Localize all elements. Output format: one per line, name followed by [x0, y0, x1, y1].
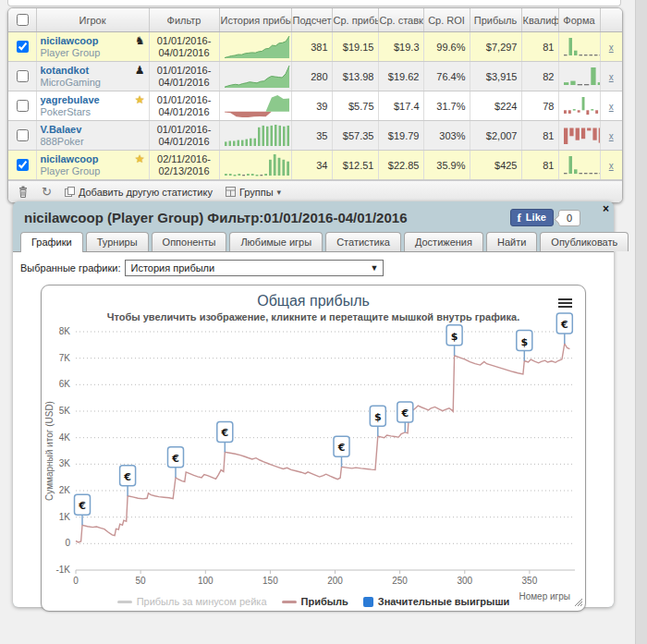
svg-text:250: 250 [392, 576, 408, 586]
filter-cell: 02/11/2016-02/13/2016 [149, 151, 219, 180]
significant-win-marker[interactable]: € [168, 447, 184, 478]
resize-handle-icon[interactable] [574, 598, 583, 609]
legend-item[interactable]: Прибыль [282, 596, 348, 607]
page-scrollbar[interactable] [635, 0, 647, 644]
significant-win-marker[interactable]: $ [370, 406, 385, 436]
tab-achievements[interactable]: Достижения [404, 232, 483, 251]
remove-row-link[interactable]: x [609, 131, 614, 141]
row-checkbox[interactable] [17, 70, 29, 82]
col-avg-roi[interactable]: Ср. ROI [423, 8, 470, 32]
charts-select[interactable]: История прибыли ▼ [125, 260, 384, 276]
panel-tabs: ГрафикиТурнирыОппонентыЛюбимые игрыСтати… [13, 232, 614, 251]
tab-favorite-games[interactable]: Любимые игры [229, 232, 323, 251]
table-row: ♟ kotandkot MicroGaming 01/01/2016-04/01… [8, 62, 622, 91]
row-checkbox[interactable] [17, 100, 29, 112]
remove-row-link[interactable]: x [609, 43, 614, 53]
player-name-link[interactable]: nicilawcoop [41, 153, 145, 165]
refresh-icon[interactable]: ↻ [42, 185, 52, 199]
row-checkbox[interactable] [17, 129, 29, 141]
tab-tournaments[interactable]: Турниры [86, 232, 149, 251]
filter-cell: 01/01/2016-04/01/2016 [149, 32, 219, 62]
col-qualified[interactable]: Квалиф [521, 8, 558, 32]
significant-win-marker[interactable]: € [397, 402, 413, 432]
remove-row-link[interactable]: x [609, 161, 614, 171]
col-player[interactable]: Игрок [36, 8, 149, 32]
player-name-link[interactable]: nicilawcoop [41, 35, 145, 47]
form-sparkline [558, 121, 600, 151]
player-name-link[interactable]: kotandkot [41, 65, 145, 77]
remove-row-link[interactable]: x [609, 102, 614, 112]
row-checkbox[interactable] [17, 41, 29, 53]
player-detail-panel: × nicilawcoop (Player Group) Фильтр:01/0… [13, 201, 614, 607]
col-profit[interactable]: Прибыль [470, 8, 521, 32]
table-row: ♞ nicilawcoop Player Group 01/01/2016-04… [8, 32, 622, 62]
star-badge-icon: ★ [135, 94, 145, 106]
remove-row-cell: x [600, 91, 622, 121]
groups-button[interactable]: Группы ▾ [226, 187, 281, 198]
player-name-link[interactable]: V.Balaev [41, 124, 145, 136]
col-avg-profit[interactable]: Ср. прибы [332, 8, 378, 32]
avg-roi-cell: 31.7% [423, 91, 470, 121]
significant-win-marker[interactable]: € [120, 466, 136, 496]
legend-item[interactable]: Прибыль за минусом рейка [117, 596, 267, 607]
avg-profit-cell: $57.35 [332, 121, 378, 151]
count-cell: 280 [291, 62, 332, 91]
svg-text:50: 50 [136, 576, 147, 586]
profit-chart-plot[interactable]: 8K7K6K5K4K3K2K1K0-1K05010015020025030035… [42, 326, 585, 596]
count-cell: 35 [291, 121, 332, 151]
add-statistic-button[interactable]: Добавить другую статистику [65, 187, 213, 198]
chart-menu-icon[interactable] [558, 297, 572, 310]
svg-text:3K: 3K [59, 458, 71, 468]
significant-win-marker[interactable]: € [75, 494, 91, 525]
remove-row-cell: x [600, 121, 622, 151]
svg-text:€: € [560, 319, 568, 331]
stats-table: ИгрокФильтрИстория прибыПодсчетСр. прибы… [8, 8, 622, 180]
profit-cell: $2,007 [470, 121, 521, 151]
significant-win-marker[interactable]: $ [446, 325, 462, 356]
tab-statistics[interactable]: Статистика [325, 232, 401, 251]
tab-publish[interactable]: Опубликовать [540, 232, 629, 251]
facebook-like-button[interactable]: f Like [510, 209, 554, 226]
col-avg-stake[interactable]: Ср. ставк: [378, 8, 423, 32]
profit-cell: $425 [470, 151, 521, 180]
profit-chart-card: Общая прибыль Чтобы увеличить изображени… [41, 285, 586, 612]
avg-roi-cell: 35.9% [423, 151, 470, 180]
tab-charts[interactable]: Графики [20, 232, 83, 252]
remove-row-link[interactable]: x [609, 72, 614, 82]
significant-win-marker[interactable]: $ [517, 331, 532, 361]
remove-row-cell: x [600, 62, 622, 91]
close-icon[interactable]: × [603, 202, 609, 215]
svg-text:€: € [337, 442, 346, 454]
svg-text:4K: 4K [59, 432, 71, 443]
tab-find[interactable]: Найти [486, 232, 537, 251]
legend-item[interactable]: Значительные выигрыши [363, 596, 510, 607]
player-cell: ♟ kotandkot MicroGaming [36, 62, 149, 91]
row-select-cell [8, 62, 36, 91]
select-all-checkbox[interactable] [17, 14, 29, 26]
chart-subtitle: Чтобы увеличить изображение, кликните и … [42, 311, 585, 322]
tab-opponents[interactable]: Оппоненты [152, 232, 227, 251]
avg-roi-cell: 99.6% [423, 32, 470, 62]
select-caret-icon: ▼ [371, 263, 379, 273]
avg-profit-cell: $13.98 [332, 62, 378, 91]
svg-text:€: € [78, 500, 86, 512]
groups-grid-icon [226, 187, 236, 197]
significant-win-marker[interactable]: € [556, 313, 572, 344]
legend-label: Прибыль за минусом рейка [137, 596, 267, 607]
col-form[interactable]: Форма [558, 8, 600, 32]
svg-text:1K: 1K [59, 512, 71, 522]
col-history[interactable]: История прибы [219, 8, 291, 32]
significant-win-marker[interactable]: € [334, 436, 349, 467]
groups-label: Группы [239, 187, 274, 198]
col-count[interactable]: Подсчет [291, 8, 332, 32]
player-name-link[interactable]: yagrebulave [41, 94, 145, 106]
trash-icon[interactable] [18, 186, 29, 198]
svg-text:200: 200 [327, 576, 343, 586]
legend-line-swatch [282, 601, 297, 603]
filter-cell: 01/01/2016-04/01/2016 [149, 62, 219, 91]
facebook-icon: f [518, 213, 521, 223]
significant-win-marker[interactable]: € [217, 421, 233, 452]
qualified-cell: 82 [521, 62, 558, 91]
col-filter[interactable]: Фильтр [149, 8, 219, 32]
row-checkbox[interactable] [17, 159, 29, 171]
